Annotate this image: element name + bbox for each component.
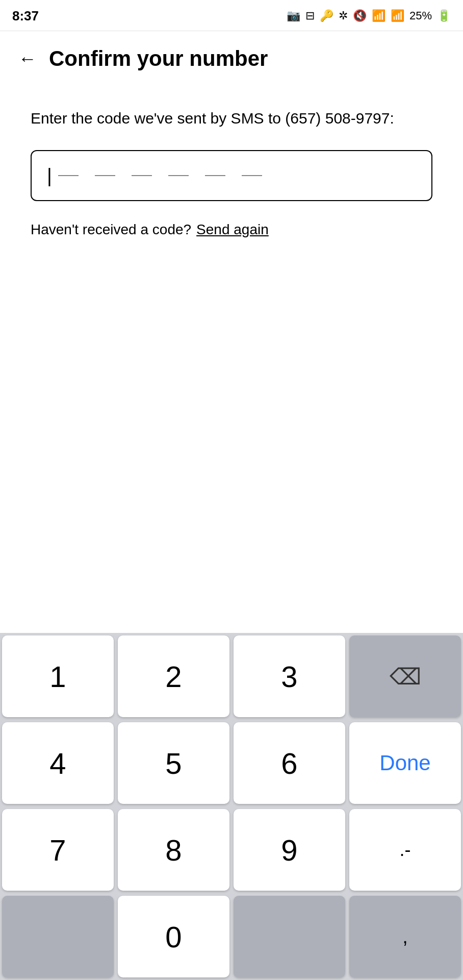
key-6[interactable]: 6 — [232, 720, 347, 806]
key-2[interactable]: 2 — [116, 633, 232, 720]
sim-icon: ⊟ — [305, 9, 315, 22]
wifi-icon: 📶 — [372, 9, 385, 22]
key-done[interactable]: Done — [347, 720, 463, 806]
page-title: Confirm your number — [49, 46, 268, 71]
dash-2 — [95, 175, 115, 176]
key-3[interactable]: 3 — [232, 633, 347, 720]
key-8[interactable]: 8 — [116, 806, 232, 893]
key-7[interactable]: 7 — [0, 806, 116, 893]
keyboard-row-2: 4 5 6 Done — [0, 720, 463, 806]
key-backspace[interactable]: ⌫ — [347, 633, 463, 720]
battery-icon: 🔋 — [437, 9, 451, 22]
resend-row: Haven't received a code? Send again — [31, 222, 432, 238]
mute-icon: 🔇 — [353, 9, 367, 22]
key-1[interactable]: 1 — [0, 633, 116, 720]
dash-4 — [168, 175, 189, 176]
status-icons: 📷 ⊟ 🔑 ✲ 🔇 📶 📶 25% 🔋 — [287, 9, 451, 22]
key-icon: 🔑 — [320, 9, 333, 22]
key-5[interactable]: 5 — [116, 720, 232, 806]
numeric-keyboard: 1 2 3 ⌫ 4 5 6 — [0, 633, 463, 980]
dash-6 — [242, 175, 262, 176]
battery-display: 25% — [409, 9, 432, 22]
send-again-link[interactable]: Send again — [196, 222, 269, 238]
signal-icon: 📶 — [391, 9, 404, 22]
main-content: Enter the code we've sent by SMS to (657… — [0, 86, 463, 258]
time-display: 8:37 — [12, 8, 39, 24]
done-label: Done — [379, 751, 430, 775]
dash-1 — [58, 175, 79, 176]
code-input-box[interactable]: | — [31, 150, 432, 201]
dotdash-label: .- — [400, 839, 411, 861]
key-comma[interactable]: , — [347, 893, 463, 980]
comma-label: , — [402, 926, 408, 948]
keyboard-row-3: 7 8 9 .- — [0, 806, 463, 893]
back-button[interactable]: ← — [18, 48, 37, 69]
camera-icon: 📷 — [287, 9, 300, 22]
backspace-icon: ⌫ — [390, 664, 421, 690]
key-dotdash[interactable]: .- — [347, 806, 463, 893]
code-dashes — [58, 175, 416, 176]
bluetooth-icon: ✲ — [339, 9, 348, 22]
resend-static-text: Haven't received a code? — [31, 222, 191, 238]
key-4[interactable]: 4 — [0, 720, 116, 806]
key-empty-right — [232, 893, 347, 980]
instruction-text: Enter the code we've sent by SMS to (657… — [31, 107, 432, 130]
page-header: ← Confirm your number — [0, 31, 463, 86]
key-9[interactable]: 9 — [232, 806, 347, 893]
key-empty-left — [0, 893, 116, 980]
key-0[interactable]: 0 — [116, 893, 232, 980]
keyboard-row-4: 0 , — [0, 893, 463, 980]
keyboard-section: 1 2 3 ⌫ 4 5 6 — [0, 934, 463, 980]
keyboard-row-1: 1 2 3 ⌫ — [0, 633, 463, 720]
dash-3 — [132, 175, 152, 176]
dash-5 — [205, 175, 225, 176]
code-cursor: | — [47, 166, 52, 185]
status-bar: 8:37 📷 ⊟ 🔑 ✲ 🔇 📶 📶 25% 🔋 — [0, 0, 463, 31]
